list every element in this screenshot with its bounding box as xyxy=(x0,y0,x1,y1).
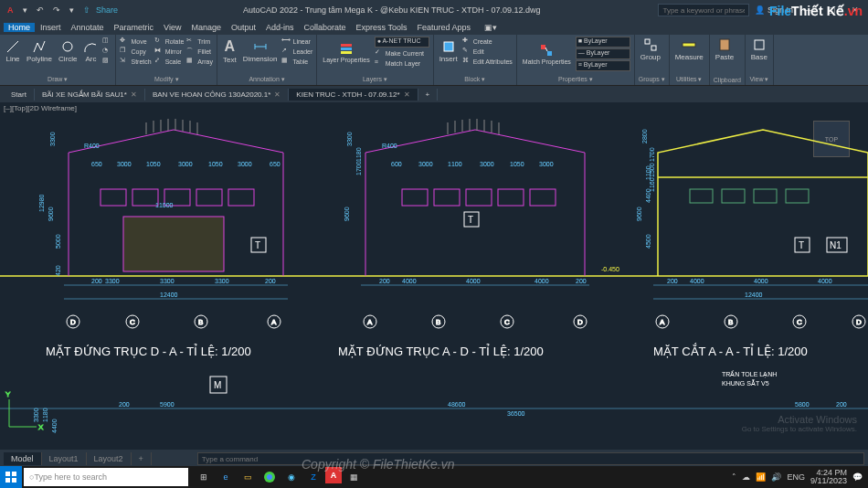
section-title: MẶT CẮT A - A - TỈ LỆ: 1/200 xyxy=(653,345,808,358)
share-button[interactable]: ⇧ Share xyxy=(79,5,126,15)
zalo-icon[interactable]: Z xyxy=(303,467,323,487)
tab-manage[interactable]: Manage xyxy=(186,23,226,32)
svg-text:650: 650 xyxy=(270,161,281,167)
tray-date[interactable]: 9/11/2023 xyxy=(810,477,847,485)
base-button[interactable]: Base xyxy=(749,37,769,62)
svg-point-159 xyxy=(267,474,272,480)
close-icon[interactable]: ✕ xyxy=(404,90,410,99)
tab-featured[interactable]: Featured Apps xyxy=(412,23,475,32)
svg-text:1700: 1700 xyxy=(355,161,362,175)
help-search[interactable] xyxy=(658,4,749,16)
layout-model[interactable]: Model xyxy=(4,452,42,465)
layer-dropdown[interactable]: ● A-NET TRUC xyxy=(375,37,429,48)
tab-file-2[interactable]: KIEN TRUC - XTDH - 07.09.12*✕ xyxy=(289,89,418,101)
linetype-dropdown[interactable]: ≡ ByLayer xyxy=(576,60,630,71)
edit-attr-button[interactable]: ⌘Edit Attributes xyxy=(462,57,513,66)
taskbar-search[interactable]: ○ Type here to search xyxy=(24,468,188,486)
tab-file-0[interactable]: BÃI XE NGẦM BÃI SAU1*✕ xyxy=(35,89,145,101)
tab-insert[interactable]: Insert xyxy=(36,23,66,32)
tab-file-1[interactable]: BAN VE HOAN CÔNG 130A2020.1*✕ xyxy=(145,89,289,101)
undo-icon[interactable]: ↶ xyxy=(33,5,48,15)
layout-1[interactable]: Layout1 xyxy=(42,452,87,465)
layer-properties-button[interactable]: Layer Properties xyxy=(321,40,371,64)
tray-cloud-icon[interactable]: ☁ xyxy=(742,472,750,482)
color-dropdown[interactable]: ■ ByLayer xyxy=(576,37,630,48)
edit-block-button[interactable]: ✎Edit xyxy=(462,47,513,56)
tray-lang[interactable]: ENG xyxy=(787,472,805,482)
text-button[interactable]: AText xyxy=(221,37,238,65)
app-icon-2[interactable]: ▦ xyxy=(344,467,364,487)
create-block-button[interactable]: ✚Create xyxy=(462,37,513,46)
rotate-button[interactable]: ↻Rotate xyxy=(154,37,185,46)
tray-up-icon[interactable]: ˄ xyxy=(732,472,736,482)
tab-addins[interactable]: Add-ins xyxy=(261,23,299,32)
svg-text:D: D xyxy=(577,318,583,326)
close-button[interactable]: ✕ xyxy=(846,5,864,15)
linear-button[interactable]: ⟷Linear xyxy=(281,37,312,46)
copy-button[interactable]: ❐Copy xyxy=(120,47,151,56)
tab-collaborate[interactable]: Collaborate xyxy=(300,23,351,32)
layout-add[interactable]: + xyxy=(132,452,152,465)
tray-notification-icon[interactable]: 💬 xyxy=(852,472,863,482)
table-button[interactable]: ▦Table xyxy=(281,57,312,66)
tab-start[interactable]: Start xyxy=(4,89,35,101)
svg-rect-17 xyxy=(101,189,126,206)
tab-collapse-icon[interactable]: ▣▾ xyxy=(480,23,502,32)
polyline-button[interactable]: Polyline xyxy=(25,38,54,64)
layout-2[interactable]: Layout2 xyxy=(87,452,132,465)
scale-button[interactable]: ⤢Scale xyxy=(154,57,185,66)
app-icon-1[interactable]: ◉ xyxy=(281,467,302,487)
tab-home[interactable]: Home xyxy=(4,23,35,32)
trim-button[interactable]: ✂Trim xyxy=(186,37,213,46)
tray-wifi-icon[interactable]: 📶 xyxy=(756,472,766,482)
match-layer-button[interactable]: ≡Match Layer xyxy=(375,58,429,68)
svg-text:4000: 4000 xyxy=(754,278,768,284)
close-icon[interactable]: ✕ xyxy=(131,90,137,99)
array-button[interactable]: ▦Array xyxy=(186,57,213,66)
tab-output[interactable]: Output xyxy=(227,23,260,32)
stretch-button[interactable]: ⇲Stretch xyxy=(120,57,151,66)
lineweight-dropdown[interactable]: — ByLayer xyxy=(576,48,630,59)
command-input[interactable] xyxy=(197,452,864,465)
tab-express[interactable]: Express Tools xyxy=(352,23,412,32)
minimize-button[interactable]: — xyxy=(799,5,817,15)
measure-button[interactable]: Measure xyxy=(673,37,705,62)
match-properties-button[interactable]: Match Properties xyxy=(521,42,573,66)
line-button[interactable]: Line xyxy=(4,38,22,64)
paste-button[interactable]: Paste xyxy=(714,37,736,62)
qat-more[interactable]: ▾ xyxy=(66,5,78,15)
draw-more2[interactable]: ◔ xyxy=(102,47,111,56)
draw-more1[interactable]: ◫ xyxy=(102,37,111,46)
app-logo[interactable]: A xyxy=(4,5,17,15)
drawing-canvas[interactable]: [–][Top][2D Wireframe] xyxy=(0,102,868,450)
leader-button[interactable]: ↗Leader xyxy=(281,47,312,56)
tab-annotate[interactable]: Annotate xyxy=(67,23,109,32)
fillet-button[interactable]: ⌒Fillet xyxy=(186,47,213,56)
svg-rect-35 xyxy=(530,189,556,206)
signin-button[interactable]: 👤 Sign In xyxy=(755,5,793,15)
close-icon[interactable]: ✕ xyxy=(274,90,281,99)
dimension-button[interactable]: Dimension xyxy=(241,38,280,64)
autocad-icon[interactable]: A xyxy=(325,467,342,483)
redo-icon[interactable]: ↷ xyxy=(49,5,64,15)
chrome-icon[interactable] xyxy=(259,467,280,487)
tab-parametric[interactable]: Parametric xyxy=(110,23,159,32)
start-button[interactable] xyxy=(0,466,22,488)
edge-icon[interactable]: e xyxy=(216,467,236,487)
maximize-button[interactable]: ▢ xyxy=(822,5,841,15)
explorer-icon[interactable]: ▭ xyxy=(238,467,258,487)
arc-button[interactable]: Arc xyxy=(81,38,100,64)
qat-dd[interactable]: ▾ xyxy=(19,5,31,15)
draw-more3[interactable]: ▨ xyxy=(102,57,111,66)
tray-volume-icon[interactable]: 🔊 xyxy=(771,472,781,482)
insert-block-button: Insert xyxy=(438,38,460,64)
make-current-button[interactable]: ✓Make Current xyxy=(375,48,429,58)
tab-view[interactable]: View xyxy=(159,23,185,32)
task-view-icon[interactable]: ⊞ xyxy=(194,467,214,487)
group-button[interactable]: Group xyxy=(639,37,662,62)
mirror-button[interactable]: ⧓Mirror xyxy=(154,47,185,56)
circle-button[interactable]: Circle xyxy=(57,38,79,64)
tab-add[interactable]: + xyxy=(418,89,439,101)
move-button[interactable]: ✥Move xyxy=(120,37,151,46)
svg-text:R400: R400 xyxy=(84,143,100,149)
